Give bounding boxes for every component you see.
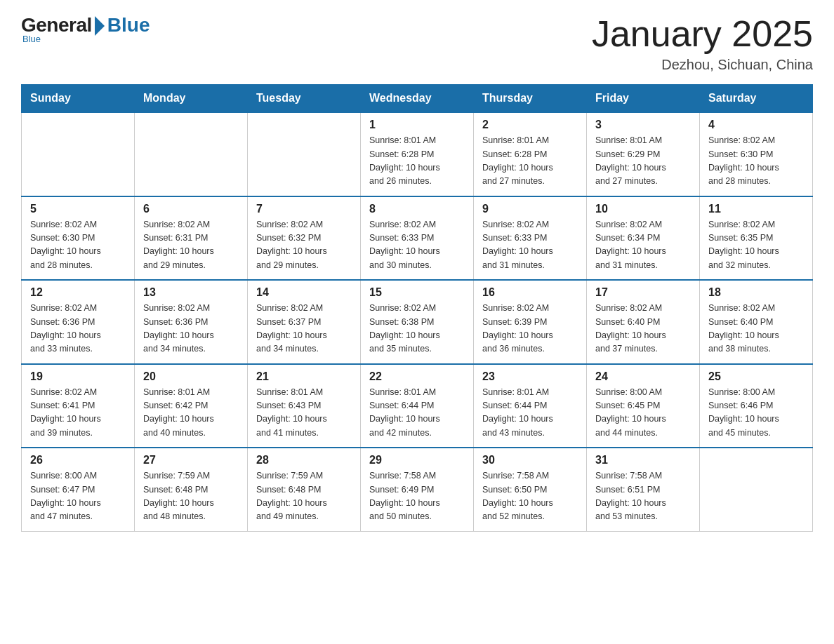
day-info: Sunrise: 8:01 AM Sunset: 6:43 PM Dayligh…	[256, 386, 352, 441]
day-info: Sunrise: 8:02 AM Sunset: 6:33 PM Dayligh…	[369, 218, 465, 273]
day-info: Sunrise: 8:02 AM Sunset: 6:34 PM Dayligh…	[595, 218, 691, 273]
calendar-cell: 9Sunrise: 8:02 AM Sunset: 6:33 PM Daylig…	[474, 196, 587, 281]
day-number: 2	[482, 119, 578, 131]
weekday-header-thursday: Thursday	[474, 85, 587, 113]
week-row-4: 19Sunrise: 8:02 AM Sunset: 6:41 PM Dayli…	[22, 364, 813, 448]
title-block: January 2025 Dezhou, Sichuan, China	[592, 14, 813, 73]
day-number: 26	[30, 454, 126, 467]
week-row-1: 1Sunrise: 8:01 AM Sunset: 6:28 PM Daylig…	[22, 112, 813, 196]
day-number: 6	[143, 203, 239, 215]
day-number: 5	[30, 203, 126, 215]
day-number: 17	[595, 286, 691, 299]
month-title: January 2025	[592, 14, 813, 54]
calendar-cell	[135, 112, 248, 196]
weekday-header-sunday: Sunday	[22, 85, 135, 113]
week-row-2: 5Sunrise: 8:02 AM Sunset: 6:30 PM Daylig…	[22, 196, 813, 281]
day-number: 16	[482, 286, 578, 299]
weekday-header-saturday: Saturday	[700, 85, 813, 113]
day-number: 23	[482, 370, 578, 383]
day-info: Sunrise: 8:00 AM Sunset: 6:45 PM Dayligh…	[595, 386, 691, 441]
calendar-cell: 23Sunrise: 8:01 AM Sunset: 6:44 PM Dayli…	[474, 364, 587, 448]
day-number: 12	[30, 286, 126, 299]
day-info: Sunrise: 8:02 AM Sunset: 6:38 PM Dayligh…	[369, 302, 465, 356]
day-number: 4	[708, 119, 804, 131]
week-row-5: 26Sunrise: 8:00 AM Sunset: 6:47 PM Dayli…	[22, 448, 813, 531]
day-info: Sunrise: 8:02 AM Sunset: 6:35 PM Dayligh…	[708, 218, 804, 273]
day-number: 13	[143, 286, 239, 299]
calendar-cell: 1Sunrise: 8:01 AM Sunset: 6:28 PM Daylig…	[361, 112, 474, 196]
calendar-cell: 20Sunrise: 8:01 AM Sunset: 6:42 PM Dayli…	[135, 364, 248, 448]
weekday-header-friday: Friday	[587, 85, 700, 113]
day-number: 14	[256, 286, 352, 299]
calendar-cell: 3Sunrise: 8:01 AM Sunset: 6:29 PM Daylig…	[587, 112, 700, 196]
weekday-header-row: SundayMondayTuesdayWednesdayThursdayFrid…	[22, 85, 813, 113]
day-info: Sunrise: 8:00 AM Sunset: 6:47 PM Dayligh…	[30, 469, 126, 524]
day-info: Sunrise: 8:01 AM Sunset: 6:44 PM Dayligh…	[369, 386, 465, 441]
weekday-header-tuesday: Tuesday	[248, 85, 361, 113]
calendar-cell: 16Sunrise: 8:02 AM Sunset: 6:39 PM Dayli…	[474, 280, 587, 364]
calendar-cell: 21Sunrise: 8:01 AM Sunset: 6:43 PM Dayli…	[248, 364, 361, 448]
day-info: Sunrise: 8:02 AM Sunset: 6:31 PM Dayligh…	[143, 218, 239, 273]
day-info: Sunrise: 8:02 AM Sunset: 6:30 PM Dayligh…	[30, 218, 126, 273]
calendar-cell: 2Sunrise: 8:01 AM Sunset: 6:28 PM Daylig…	[474, 112, 587, 196]
calendar-cell: 28Sunrise: 7:59 AM Sunset: 6:48 PM Dayli…	[248, 448, 361, 531]
day-number: 3	[595, 119, 691, 131]
calendar-cell: 10Sunrise: 8:02 AM Sunset: 6:34 PM Dayli…	[587, 196, 700, 281]
calendar-cell	[22, 112, 135, 196]
day-number: 1	[369, 119, 465, 131]
day-info: Sunrise: 8:02 AM Sunset: 6:40 PM Dayligh…	[708, 302, 804, 356]
page-header: General Blue Blue January 2025 Dezhou, S…	[21, 14, 813, 73]
calendar-cell: 31Sunrise: 7:58 AM Sunset: 6:51 PM Dayli…	[587, 448, 700, 531]
day-info: Sunrise: 8:02 AM Sunset: 6:41 PM Dayligh…	[30, 386, 126, 441]
day-info: Sunrise: 7:58 AM Sunset: 6:49 PM Dayligh…	[369, 469, 465, 524]
day-info: Sunrise: 8:00 AM Sunset: 6:46 PM Dayligh…	[708, 386, 804, 441]
day-info: Sunrise: 8:02 AM Sunset: 6:32 PM Dayligh…	[256, 218, 352, 273]
calendar-cell: 12Sunrise: 8:02 AM Sunset: 6:36 PM Dayli…	[22, 280, 135, 364]
logo: General Blue Blue	[21, 14, 150, 44]
calendar-cell: 5Sunrise: 8:02 AM Sunset: 6:30 PM Daylig…	[22, 196, 135, 281]
day-number: 20	[143, 370, 239, 383]
day-number: 19	[30, 370, 126, 383]
day-info: Sunrise: 8:01 AM Sunset: 6:28 PM Dayligh…	[482, 134, 578, 189]
weekday-header-monday: Monday	[135, 85, 248, 113]
calendar-cell: 18Sunrise: 8:02 AM Sunset: 6:40 PM Dayli…	[700, 280, 813, 364]
logo-arrow-icon	[95, 16, 105, 36]
logo-blue-text: Blue	[107, 14, 150, 36]
day-number: 9	[482, 203, 578, 215]
calendar-cell: 26Sunrise: 8:00 AM Sunset: 6:47 PM Dayli…	[22, 448, 135, 531]
day-info: Sunrise: 8:02 AM Sunset: 6:36 PM Dayligh…	[143, 302, 239, 356]
day-number: 28	[256, 454, 352, 467]
day-info: Sunrise: 8:02 AM Sunset: 6:40 PM Dayligh…	[595, 302, 691, 356]
calendar-cell: 11Sunrise: 8:02 AM Sunset: 6:35 PM Dayli…	[700, 196, 813, 281]
day-number: 31	[595, 454, 691, 467]
day-info: Sunrise: 8:01 AM Sunset: 6:28 PM Dayligh…	[369, 134, 465, 189]
calendar-cell: 19Sunrise: 8:02 AM Sunset: 6:41 PM Dayli…	[22, 364, 135, 448]
calendar-cell	[248, 112, 361, 196]
calendar-cell: 15Sunrise: 8:02 AM Sunset: 6:38 PM Dayli…	[361, 280, 474, 364]
calendar-cell	[700, 448, 813, 531]
calendar-cell: 29Sunrise: 7:58 AM Sunset: 6:49 PM Dayli…	[361, 448, 474, 531]
calendar-cell: 17Sunrise: 8:02 AM Sunset: 6:40 PM Dayli…	[587, 280, 700, 364]
calendar-cell: 7Sunrise: 8:02 AM Sunset: 6:32 PM Daylig…	[248, 196, 361, 281]
weekday-header-wednesday: Wednesday	[361, 85, 474, 113]
day-number: 22	[369, 370, 465, 383]
day-number: 8	[369, 203, 465, 215]
day-info: Sunrise: 7:59 AM Sunset: 6:48 PM Dayligh…	[143, 469, 239, 524]
day-number: 30	[482, 454, 578, 467]
day-info: Sunrise: 8:02 AM Sunset: 6:30 PM Dayligh…	[708, 134, 804, 189]
calendar-cell: 8Sunrise: 8:02 AM Sunset: 6:33 PM Daylig…	[361, 196, 474, 281]
day-number: 11	[708, 203, 804, 215]
calendar-cell: 30Sunrise: 7:58 AM Sunset: 6:50 PM Dayli…	[474, 448, 587, 531]
day-info: Sunrise: 8:02 AM Sunset: 6:36 PM Dayligh…	[30, 302, 126, 356]
calendar-cell: 13Sunrise: 8:02 AM Sunset: 6:36 PM Dayli…	[135, 280, 248, 364]
day-info: Sunrise: 8:02 AM Sunset: 6:37 PM Dayligh…	[256, 302, 352, 356]
day-number: 21	[256, 370, 352, 383]
calendar-cell: 14Sunrise: 8:02 AM Sunset: 6:37 PM Dayli…	[248, 280, 361, 364]
day-info: Sunrise: 7:59 AM Sunset: 6:48 PM Dayligh…	[256, 469, 352, 524]
day-number: 10	[595, 203, 691, 215]
day-number: 18	[708, 286, 804, 299]
location: Dezhou, Sichuan, China	[592, 57, 813, 73]
calendar-cell: 6Sunrise: 8:02 AM Sunset: 6:31 PM Daylig…	[135, 196, 248, 281]
day-info: Sunrise: 7:58 AM Sunset: 6:51 PM Dayligh…	[595, 469, 691, 524]
day-info: Sunrise: 8:02 AM Sunset: 6:33 PM Dayligh…	[482, 218, 578, 273]
